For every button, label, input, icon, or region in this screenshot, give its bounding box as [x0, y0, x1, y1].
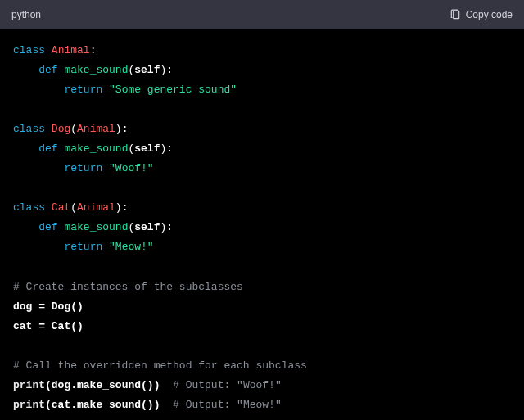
colon: : [166, 142, 173, 155]
assign-dog: = Dog() [32, 300, 83, 313]
classname-animal: Animal [52, 44, 90, 56]
rparen: ) [115, 123, 122, 135]
svg-rect-0 [453, 11, 458, 18]
comment-instances: # Create instances of the subclasses [13, 281, 243, 293]
colon: : [122, 123, 129, 135]
spacer [160, 399, 173, 411]
lparen: ( [70, 201, 77, 214]
classname-animal: Animal [77, 123, 115, 135]
classname-cat: Cat [52, 201, 70, 214]
comment-meow: # Output: "Meow!" [173, 399, 282, 411]
indent [13, 221, 38, 233]
language-label: python [11, 9, 41, 20]
call-cat: (cat.make_sound()) [45, 399, 160, 411]
colon: : [122, 201, 129, 214]
arg-self: self [134, 221, 160, 233]
clipboard-icon [449, 9, 461, 20]
keyword-def: def [38, 142, 57, 155]
builtin-print: print [13, 399, 45, 411]
builtin-print: print [13, 379, 45, 391]
keyword-class: class [13, 201, 45, 214]
colon: : [166, 221, 173, 233]
colon: : [166, 64, 173, 76]
code-header: python Copy code [0, 0, 524, 29]
assign-cat: = Cat() [32, 320, 83, 332]
classname-dog: Dog [52, 123, 70, 135]
keyword-def: def [38, 64, 57, 76]
code-block: python Copy code class Animal: def make_… [0, 0, 524, 420]
indent [13, 84, 64, 96]
keyword-return: return [64, 84, 102, 96]
indent [13, 64, 38, 76]
indent [13, 162, 64, 174]
comment-woof: # Output: "Woof!" [173, 379, 282, 391]
call-dog: (dog.make_sound()) [45, 379, 160, 391]
string-meow: "Meow!" [109, 241, 154, 253]
funcname-make-sound: make_sound [64, 64, 128, 76]
lparen: ( [70, 123, 77, 135]
indent [13, 142, 38, 155]
code-content[interactable]: class Animal: def make_sound(self): retu… [0, 29, 524, 420]
arg-self: self [134, 64, 160, 76]
var-dog: dog [13, 300, 32, 313]
comment-call: # Call the overridden method for each su… [13, 359, 307, 372]
var-cat: cat [13, 320, 32, 332]
keyword-class: class [13, 44, 45, 56]
keyword-return: return [64, 241, 102, 253]
arg-self: self [134, 142, 160, 155]
copy-code-label: Copy code [466, 9, 513, 20]
indent [13, 241, 64, 253]
string-generic: "Some generic sound" [109, 84, 237, 96]
keyword-def: def [38, 221, 57, 233]
classname-animal: Animal [77, 201, 115, 214]
colon: : [90, 44, 97, 56]
funcname-make-sound: make_sound [64, 221, 128, 233]
copy-code-button[interactable]: Copy code [449, 9, 513, 20]
string-woof: "Woof!" [109, 162, 154, 174]
spacer [160, 379, 173, 391]
keyword-class: class [13, 123, 45, 135]
funcname-make-sound: make_sound [64, 142, 128, 155]
keyword-return: return [64, 162, 102, 174]
rparen: ) [115, 201, 122, 214]
